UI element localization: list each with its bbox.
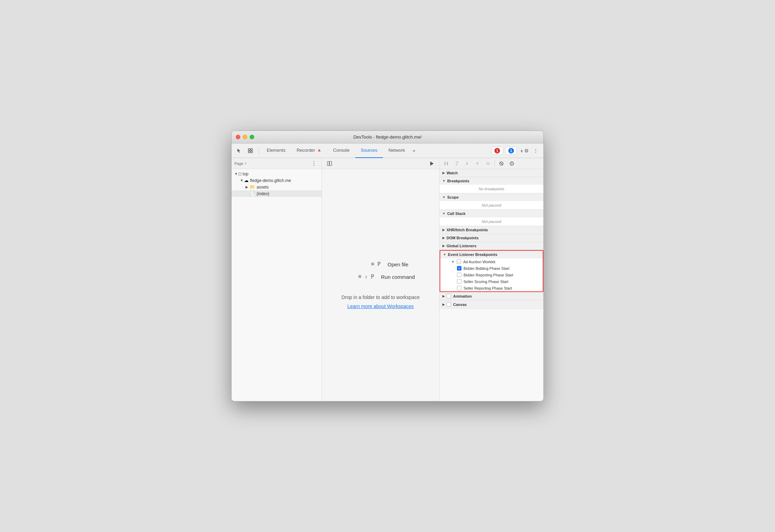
- middle-panel: ⌘ P Open file ⌘ ⇧ P Run command Drop in …: [322, 158, 439, 401]
- elb-checkbox-seller-scoring[interactable]: [457, 279, 461, 284]
- workspace-link[interactable]: Learn more about Workspaces: [342, 304, 420, 309]
- group-partial-checkbox[interactable]: [457, 259, 461, 264]
- window-title: DevTools - fledge-demo.glitch.me/: [353, 134, 422, 140]
- call-stack-body: Not paused: [440, 217, 543, 226]
- elb-checkbox-bidder-bidding[interactable]: [457, 266, 461, 271]
- tab-sources[interactable]: Sources: [355, 143, 383, 158]
- dom-arrow-icon: ▶: [442, 236, 445, 240]
- run-btn[interactable]: [427, 159, 436, 168]
- step-over-btn[interactable]: [452, 159, 461, 168]
- section-scope: ▼ Scope Not paused: [440, 193, 543, 210]
- shortcut-row-1: ⌘ P Open file: [353, 261, 408, 267]
- right-content: ▶ Watch ▼ Breakpoints No breakpoints: [440, 169, 543, 401]
- tree-item-index[interactable]: ▶ 📄 (index): [232, 190, 322, 197]
- tab-elements[interactable]: Elements: [261, 143, 291, 158]
- title-bar: DevTools - fledge-demo.glitch.me/: [232, 131, 543, 143]
- collapse-left-btn[interactable]: [325, 159, 334, 168]
- elb-item-bidder-reporting[interactable]: Bidder Reporting Phase Start: [440, 272, 543, 278]
- xhr-arrow-icon: ▶: [442, 228, 445, 232]
- section-global-listeners: ▶ Global Listeners: [440, 242, 543, 250]
- group-ad-auction[interactable]: ▼ Ad Auction Worklet: [440, 258, 543, 265]
- panel-header: Page » ⋮: [232, 158, 322, 169]
- folder-icon: □: [239, 171, 241, 176]
- info-badge-button[interactable]: 1: [505, 147, 517, 155]
- section-xhr-header[interactable]: ▶ XHR/fetch Breakpoints: [440, 226, 543, 234]
- scope-label: Scope: [447, 195, 459, 199]
- elb-item-seller-reporting[interactable]: Seller Reporting Phase Start: [440, 285, 543, 291]
- scope-body: Not paused: [440, 201, 543, 209]
- section-canvas: ▶ Canvas: [440, 300, 543, 309]
- tree-arrow-top[interactable]: ▼: [234, 172, 239, 176]
- tree-arrow-fledge[interactable]: ▼: [240, 178, 244, 182]
- svg-rect-2: [248, 151, 250, 153]
- tree-label-top: top: [243, 172, 249, 176]
- svg-rect-3: [251, 151, 252, 153]
- svg-marker-7: [430, 161, 434, 166]
- settings-icon-btn[interactable]: ⚙: [519, 146, 529, 156]
- tab-console[interactable]: Console: [327, 143, 355, 158]
- call-stack-label: Call Stack: [447, 211, 466, 216]
- close-button[interactable]: [236, 135, 240, 139]
- svg-rect-0: [248, 149, 250, 150]
- section-scope-header[interactable]: ▼ Scope: [440, 193, 543, 201]
- devtools-window: DevTools - fledge-demo.glitch.me/: [231, 131, 544, 401]
- tab-bar: Elements Recorder 🔺 Console Sources Netw…: [261, 143, 491, 158]
- section-elb-header[interactable]: ▼ Event Listener Breakpoints: [440, 251, 543, 258]
- section-call-stack-header[interactable]: ▼ Call Stack: [440, 210, 543, 217]
- section-animation-header[interactable]: ▶ Animation: [440, 292, 543, 300]
- group-collapse-icon[interactable]: ▼: [451, 260, 455, 264]
- tab-recorder[interactable]: Recorder 🔺: [291, 143, 327, 158]
- tree-item-fledge[interactable]: ▼ ☁ fledge-demo.glitch.me: [232, 177, 322, 184]
- inspect-icon-btn[interactable]: [245, 146, 255, 156]
- toolbar-left: [234, 146, 261, 156]
- debug-toolbar: [440, 158, 543, 169]
- svg-rect-6: [330, 161, 332, 166]
- section-dom-header[interactable]: ▶ DOM Breakpoints: [440, 234, 543, 242]
- cursor-icon-btn[interactable]: [234, 146, 244, 156]
- canvas-checkbox[interactable]: [447, 302, 451, 307]
- section-breakpoints-header[interactable]: ▼ Breakpoints: [440, 177, 543, 185]
- more-tabs-button[interactable]: »: [410, 147, 417, 154]
- elb-checkbox-seller-reporting[interactable]: [457, 286, 461, 290]
- middle-toolbar: [322, 158, 439, 169]
- elb-item-bidder-bidding[interactable]: Bidder Bidding Phase Start: [440, 265, 543, 272]
- section-global-header[interactable]: ▶ Global Listeners: [440, 242, 543, 250]
- minimize-button[interactable]: [243, 135, 247, 139]
- deactivate-btn[interactable]: [497, 159, 506, 168]
- elb-label-bidder-reporting: Bidder Reporting Phase Start: [464, 273, 513, 277]
- panel-more-btn[interactable]: ⋮: [309, 159, 319, 168]
- maximize-button[interactable]: [250, 135, 254, 139]
- middle-content: ⌘ P Open file ⌘ ⇧ P Run command Drop in …: [322, 169, 439, 401]
- pause-exception-btn[interactable]: [507, 159, 516, 168]
- pause-btn[interactable]: [442, 159, 451, 168]
- panel-chevron[interactable]: »: [245, 161, 247, 165]
- tree-label-assets: assets: [257, 185, 269, 190]
- call-stack-arrow-icon: ▼: [442, 212, 445, 215]
- elb-item-seller-scoring[interactable]: Seller Scoring Phase Start: [440, 278, 543, 285]
- tree-arrow-assets[interactable]: ▶: [245, 185, 250, 189]
- tab-network[interactable]: Network: [383, 143, 411, 158]
- group-label: Ad Auction Worklet: [463, 260, 495, 264]
- step-into-btn[interactable]: [462, 159, 472, 168]
- panel-actions: ⋮: [309, 159, 319, 168]
- elb-label-seller-reporting: Seller Reporting Phase Start: [464, 286, 512, 290]
- section-watch-header[interactable]: ▶ Watch: [440, 169, 543, 177]
- animation-checkbox[interactable]: [447, 294, 451, 298]
- section-canvas-header[interactable]: ▶ Canvas: [440, 300, 543, 308]
- shortcut-key-2: ⌘ ⇧ P: [346, 274, 374, 280]
- elb-label: Event Listener Breakpoints: [448, 252, 497, 257]
- more-options-icon-btn[interactable]: ⋮: [531, 146, 541, 156]
- svg-point-19: [511, 164, 512, 165]
- tree-item-assets[interactable]: ▶ 📁 assets: [232, 184, 322, 190]
- step-out-btn[interactable]: [473, 159, 482, 168]
- step-btn[interactable]: [483, 159, 492, 168]
- tree-item-top[interactable]: ▼ □ top: [232, 171, 322, 177]
- section-animation: ▶ Animation: [440, 292, 543, 300]
- breakpoints-label: Breakpoints: [447, 179, 469, 183]
- debug-separator: [494, 160, 495, 167]
- svg-rect-8: [444, 162, 445, 165]
- section-watch: ▶ Watch: [440, 169, 543, 177]
- error-badge-button[interactable]: 1: [491, 147, 503, 155]
- elb-checkbox-bidder-reporting[interactable]: [457, 273, 461, 277]
- section-call-stack: ▼ Call Stack Not paused: [440, 210, 543, 226]
